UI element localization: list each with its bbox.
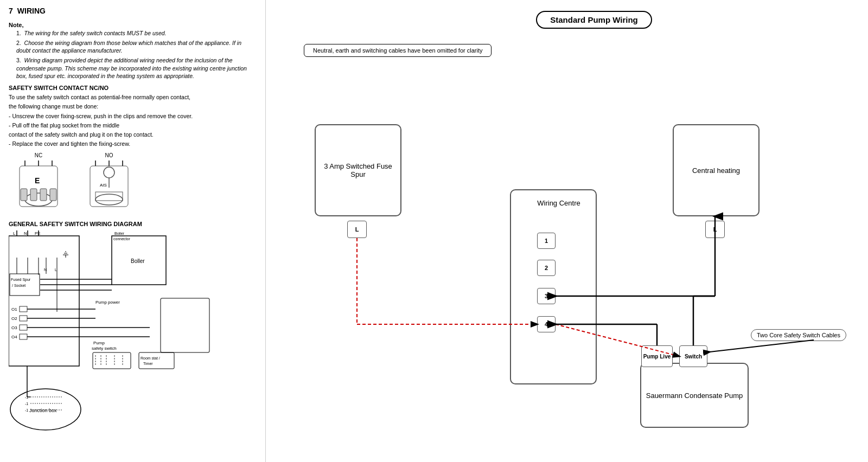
svg-text:O1: O1 xyxy=(11,307,17,312)
nc-diagram-svg: E xyxy=(9,161,68,212)
svg-rect-46 xyxy=(20,334,27,339)
svg-text:connector: connector xyxy=(113,237,130,241)
svg-text:Timer: Timer xyxy=(143,362,153,365)
svg-text:-1: -1 xyxy=(25,402,28,406)
svg-text:Pump power: Pump power xyxy=(95,300,120,305)
no-diagram-svg: AIS xyxy=(79,161,139,212)
svg-text:safety switch: safety switch xyxy=(92,346,117,351)
subtitle-box: Neutral, earth and switching cables have… xyxy=(304,44,492,57)
svg-text:Pump: Pump xyxy=(93,341,105,345)
svg-rect-8 xyxy=(40,189,47,201)
svg-point-11 xyxy=(104,167,114,178)
svg-point-2 xyxy=(25,193,52,206)
general-wiring-svg: L N PE Fused Spur / Socket Boller Boiler… xyxy=(9,230,237,437)
right-panel: Standard Pump Wiring Neutral, earth and … xyxy=(266,0,868,462)
left-panel: 7 WIRING Note, 1. The wiring for the saf… xyxy=(0,0,266,462)
svg-text:Fused Spur: Fused Spur xyxy=(11,278,31,282)
svg-rect-43 xyxy=(20,306,27,312)
svg-text:O3: O3 xyxy=(11,325,17,330)
note-1: 1. The wiring for the safety switch cont… xyxy=(16,29,257,37)
safety-line-2: - Unscrew the cover fixing-screw, push i… xyxy=(9,112,257,120)
fuse-spur-box: 3 Amp Switched Fuse Spur xyxy=(315,124,401,216)
note-label: Note, xyxy=(9,22,257,28)
note-2: 2. Choose the wiring diagram from those … xyxy=(16,39,257,55)
svg-text:Junction box: Junction box xyxy=(29,408,57,413)
terminal-2: 2 xyxy=(537,260,556,276)
svg-text:PE: PE xyxy=(35,231,41,236)
diagram-title: Standard Pump Wiring xyxy=(536,11,652,29)
svg-point-14 xyxy=(95,194,123,205)
svg-text:E: E xyxy=(35,176,40,185)
svg-text:Room stat /: Room stat / xyxy=(141,356,160,360)
svg-text:/ Socket: / Socket xyxy=(12,284,25,287)
section-number: 7 xyxy=(9,7,13,15)
no-label: NO xyxy=(79,152,139,158)
no-diagram-item: NO AIS xyxy=(79,152,139,213)
terminal-4: 4 xyxy=(537,316,556,332)
note-section: Note, 1. The wiring for the safety switc… xyxy=(9,22,257,80)
safety-line-3: - Pull off the flat plug socket from the… xyxy=(9,121,257,130)
section-title: WIRING xyxy=(17,7,46,15)
safety-title: SAFETY SWITCH CONTACT NC/NO xyxy=(9,85,257,91)
safety-line-0: To use the safety switch contact as pote… xyxy=(9,93,257,101)
svg-rect-55 xyxy=(93,352,131,369)
general-section: GENERAL SAFETY SWITCH WIRING DIAGRAM L N… xyxy=(9,221,257,437)
note-3: 3. Wiring diagram provided depict the ad… xyxy=(16,56,257,80)
svg-rect-61 xyxy=(139,352,174,369)
condensate-pump-box: Sauermann Condensate Pump xyxy=(640,363,749,428)
nc-diagram-item: NC E xyxy=(9,152,68,213)
wiring-centre-box: Wiring Centre xyxy=(510,189,597,384)
svg-rect-44 xyxy=(20,316,27,321)
fuse-spur-L-terminal: L xyxy=(347,221,367,238)
nc-no-diagrams-row: NC E NO xyxy=(9,152,257,213)
svg-text:L: L xyxy=(55,268,57,272)
nc-label: NC xyxy=(9,152,68,158)
svg-rect-7 xyxy=(30,189,37,201)
safety-line-5: - Replace the cover and tighten the fixi… xyxy=(9,140,257,148)
svg-rect-9 xyxy=(50,189,56,201)
svg-rect-15 xyxy=(95,192,123,201)
svg-text:Boiler: Boiler xyxy=(114,232,125,235)
svg-rect-45 xyxy=(20,325,27,330)
svg-text:N: N xyxy=(24,231,27,236)
safety-line-4: contact of the safety switch and plug it… xyxy=(9,131,257,139)
safety-line-1: the following change must be done: xyxy=(9,102,257,111)
central-heating-L-terminal: L xyxy=(705,221,725,238)
svg-rect-6 xyxy=(21,189,27,201)
svg-line-91 xyxy=(710,340,814,352)
svg-text:L: L xyxy=(13,231,16,236)
terminal-1: 1 xyxy=(537,233,556,249)
central-heating-box: Central heating xyxy=(673,124,760,216)
switch-box: Switch xyxy=(679,345,707,367)
safety-section: SAFETY SWITCH CONTACT NC/NO To use the s… xyxy=(9,85,257,148)
two-core-label: Two Core Safety Switch Cables xyxy=(751,329,846,341)
general-wiring-diagram: L N PE Fused Spur / Socket Boller Boiler… xyxy=(9,230,237,437)
svg-rect-48 xyxy=(161,298,209,352)
svg-text:O2: O2 xyxy=(11,316,17,321)
pump-live-box: Pump Live xyxy=(641,345,673,367)
terminal-3: 3 xyxy=(537,288,556,304)
svg-text:AIS: AIS xyxy=(100,183,107,188)
wiring-diagram-area: 3 Amp Switched Fuse Spur L Wiring Centre… xyxy=(282,81,852,450)
general-title: GENERAL SAFETY SWITCH WIRING DIAGRAM xyxy=(9,221,257,227)
svg-text:Boller: Boller xyxy=(131,258,145,264)
svg-text:O4: O4 xyxy=(11,335,17,339)
svg-text:-1: -1 xyxy=(25,408,28,412)
svg-rect-19 xyxy=(9,236,79,366)
